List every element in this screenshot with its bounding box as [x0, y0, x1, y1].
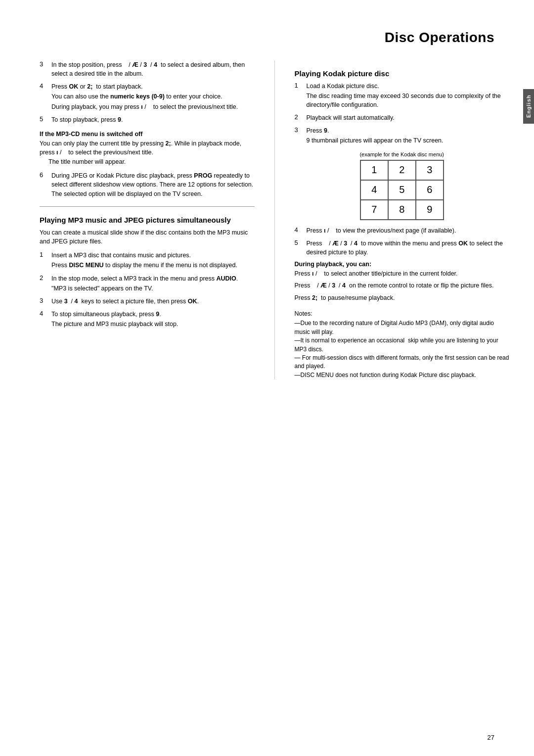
list-item: 5 To stop playback, press 9. [40, 115, 255, 124]
list-item: 5 Press / Æ / 3 / 4 to move within the m… [295, 239, 510, 257]
page-number: 27 [488, 734, 494, 741]
note-1: —Due to the recording nature of Digital … [295, 319, 510, 336]
during-line-3: Press 2; to pause/resume playback. [295, 293, 510, 302]
kodak-list-2: 4 Press ı / to view the previous/next pa… [295, 226, 510, 257]
kodak-cell-5: 5 [388, 180, 416, 200]
kodak-cell-3: 3 [416, 160, 444, 180]
mp3-jpeg-list: 1 Insert a MP3 disc that contains music … [40, 251, 255, 329]
kodak-grid-wrapper: (example for the Kodak disc menu) 1 2 3 … [295, 151, 510, 220]
item-num: 3 [295, 126, 304, 134]
item-num: 2 [40, 274, 48, 282]
item-content: Press OK or 2; to start playback. You ca… [51, 82, 255, 111]
kodak-list: 1 Load a Kodak picture disc. The disc re… [295, 82, 510, 145]
item-num: 3 [40, 60, 48, 68]
item-num: 5 [40, 115, 48, 123]
kodak-cell-1: 1 [360, 160, 388, 180]
kodak-grid: 1 2 3 4 5 6 7 8 9 [360, 160, 444, 220]
list-item: 4 Press ı / to view the previous/next pa… [295, 226, 510, 235]
kodak-grid-label: (example for the Kodak disc menu) [295, 151, 510, 157]
list-item: 3 In the stop position, press / Æ / 3 / … [40, 60, 255, 78]
mp3-off-sub: The title number will appear. [48, 158, 255, 167]
language-tab: English [523, 89, 534, 124]
item-content: Playback will start automatically. [307, 113, 510, 122]
mp3-jpeg-intro: You can create a musical slide show if t… [40, 228, 255, 246]
list-item: 1 Load a Kodak picture disc. The disc re… [295, 82, 510, 109]
item-num: 6 [40, 171, 48, 179]
continued-list: 3 In the stop position, press / Æ / 3 / … [40, 60, 255, 125]
kodak-cell-6: 6 [416, 180, 444, 200]
kodak-section-title: Playing Kodak picture disc [295, 69, 510, 78]
item-num: 4 [40, 310, 48, 317]
item-content: During JPEG or Kodak Picture disc playba… [51, 171, 255, 198]
list-item: 3 Use 3 / 4 keys to select a picture fil… [40, 297, 255, 306]
left-column: 3 In the stop position, press / Æ / 3 / … [40, 60, 275, 379]
list-item: 4 To stop simultaneous playback, press 9… [40, 310, 255, 329]
page-title: Disc Operations [0, 30, 534, 46]
item-content: In the stop position, press / Æ / 3 / 4 … [51, 60, 255, 78]
mp3-off-heading: If the MP3-CD menu is switched off [40, 131, 255, 138]
right-column: Playing Kodak picture disc 1 Load a Koda… [275, 60, 510, 379]
during-line-2: Press / Æ / 3 / 4 on the remote control … [295, 281, 510, 290]
list-item: 1 Insert a MP3 disc that contains music … [40, 251, 255, 270]
during-playback-heading: During playback, you can: [295, 261, 510, 268]
item-num: 2 [295, 113, 304, 121]
note-4: —DISC MENU does not function during Koda… [295, 371, 510, 379]
list-item: 4 Press OK or 2; to start playback. You … [40, 82, 255, 111]
item6-list: 6 During JPEG or Kodak Picture disc play… [40, 171, 255, 198]
kodak-cell-8: 8 [388, 200, 416, 220]
notes-title: Notes: [295, 309, 510, 319]
note-3: — For multi-session discs with different… [295, 354, 510, 371]
item-num: 5 [295, 239, 304, 246]
item-content: Use 3 / 4 keys to select a picture file,… [51, 297, 255, 306]
item-content: Press / Æ / 3 / 4 to move within the men… [307, 239, 510, 257]
mp3-jpeg-section-title: Playing MP3 music and JPEG pictures simu… [40, 216, 255, 224]
item-content: Press 9. 9 thumbnail pictures will appea… [307, 126, 510, 145]
item-num: 4 [40, 82, 48, 90]
item-num: 1 [40, 251, 48, 258]
notes-section: Notes: —Due to the recording nature of D… [295, 309, 510, 379]
item-num: 4 [295, 226, 304, 234]
during-line-1: Press ı / to select another title/pictur… [295, 269, 510, 278]
kodak-cell-7: 7 [360, 200, 388, 220]
section-divider [40, 206, 255, 207]
item-content: To stop playback, press 9. [51, 115, 255, 124]
item-content: In the stop mode, select a MP3 track in … [51, 274, 255, 293]
item-num: 3 [40, 297, 48, 304]
kodak-cell-9: 9 [416, 200, 444, 220]
kodak-cell-2: 2 [388, 160, 416, 180]
mp3-off-text: You can only play the current title by p… [40, 139, 255, 157]
page: English Disc Operations 3 In the stop po… [0, 0, 534, 756]
list-item: 2 In the stop mode, select a MP3 track i… [40, 274, 255, 293]
list-item: 3 Press 9. 9 thumbnail pictures will app… [295, 126, 510, 145]
note-2: —It is normal to experience an occasiona… [295, 336, 510, 354]
kodak-cell-4: 4 [360, 180, 388, 200]
item-content: Press ı / to view the previous/next page… [307, 226, 510, 235]
list-item: 6 During JPEG or Kodak Picture disc play… [40, 171, 255, 198]
item-content: Load a Kodak picture disc. The disc read… [307, 82, 510, 109]
item-content: To stop simultaneous playback, press 9. … [51, 310, 255, 329]
list-item: 2 Playback will start automatically. [295, 113, 510, 122]
item-num: 1 [295, 82, 304, 89]
item-content: Insert a MP3 disc that contains music an… [51, 251, 255, 270]
